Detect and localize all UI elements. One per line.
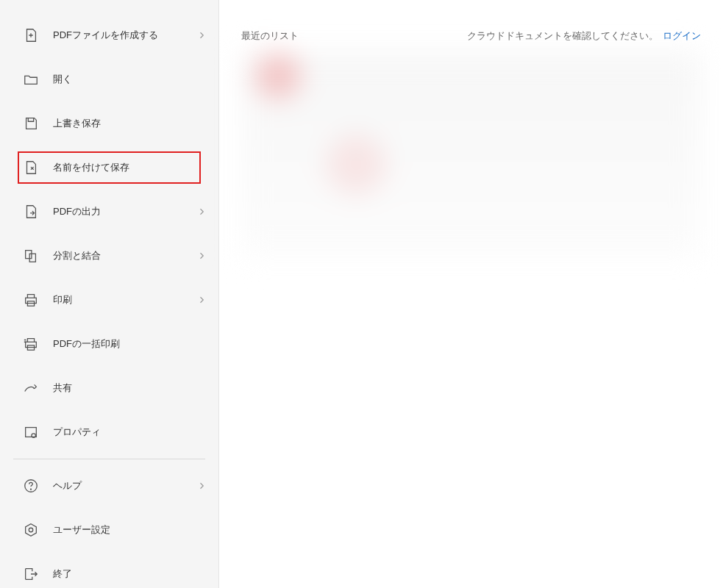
menu-label: PDFファイルを作成する [53, 29, 198, 42]
menu-export-pdf[interactable]: PDFの出力 [0, 190, 218, 234]
properties-icon [22, 423, 40, 441]
save-icon [22, 115, 40, 132]
recent-list-title: 最近のリスト [241, 29, 299, 43]
menu-print[interactable]: 印刷 [0, 278, 218, 322]
menu-batch-print[interactable]: PDFの一括印刷 [0, 322, 218, 366]
batch-print-icon [22, 335, 40, 353]
menu-label: プロパティ [53, 426, 205, 439]
menu-label: 共有 [53, 381, 205, 395]
menu-user-settings[interactable]: ユーザー設定 [0, 508, 218, 552]
recent-list-blurred [241, 51, 701, 257]
menu-help[interactable]: ヘルプ [0, 464, 218, 508]
cloud-message: クラウドドキュメントを確認してください。 [467, 30, 658, 41]
menu-label: 上書き保存 [53, 117, 205, 130]
svg-rect-6 [26, 428, 37, 437]
svg-point-9 [30, 489, 31, 490]
menu-properties[interactable]: プロパティ [0, 410, 218, 454]
menu-label: 終了 [53, 567, 205, 581]
sidebar-divider [13, 459, 205, 459]
exit-icon [22, 565, 40, 583]
svg-rect-0 [26, 251, 32, 259]
svg-rect-1 [29, 254, 35, 262]
menu-save[interactable]: 上書き保存 [0, 101, 218, 146]
chevron-right-icon [198, 250, 205, 262]
file-plus-icon [22, 26, 40, 44]
menu-exit[interactable]: 終了 [0, 552, 218, 588]
share-icon [22, 379, 40, 397]
folder-open-icon [22, 71, 40, 88]
menu-label: 印刷 [53, 293, 198, 306]
main-panel: 最近のリスト クラウドドキュメントを確認してください。 ログイン [219, 0, 723, 588]
sidebar: PDFファイルを作成する 開く 上書き保存 名前を付けて保存 PDFの出力 [0, 0, 219, 588]
split-merge-icon [22, 247, 40, 265]
menu-split-merge[interactable]: 分割と結合 [0, 234, 218, 278]
menu-label: ユーザー設定 [53, 523, 205, 537]
menu-save-as[interactable]: 名前を付けて保存 [0, 146, 218, 190]
save-as-icon [22, 159, 40, 176]
cloud-area: クラウドドキュメントを確認してください。 ログイン [467, 29, 701, 43]
menu-label: 分割と結合 [53, 249, 198, 262]
menu-label: ヘルプ [53, 479, 198, 492]
menu-label: PDFの一括印刷 [53, 337, 205, 351]
login-link[interactable]: ログイン [663, 30, 701, 41]
menu-share[interactable]: 共有 [0, 366, 218, 410]
help-icon [22, 477, 40, 495]
menu-open[interactable]: 開く [0, 57, 218, 101]
chevron-right-icon [198, 29, 205, 41]
svg-point-10 [29, 528, 33, 532]
gear-icon [22, 521, 40, 539]
menu-create-pdf[interactable]: PDFファイルを作成する [0, 13, 218, 57]
printer-icon [22, 291, 40, 309]
chevron-right-icon [198, 480, 205, 492]
menu-label: 名前を付けて保存 [53, 161, 205, 174]
menu-label: 開く [53, 73, 205, 86]
menu-label: PDFの出力 [53, 205, 198, 218]
chevron-right-icon [198, 206, 205, 218]
main-header: 最近のリスト クラウドドキュメントを確認してください。 ログイン [241, 29, 701, 43]
chevron-right-icon [198, 294, 205, 306]
export-icon [22, 203, 40, 220]
